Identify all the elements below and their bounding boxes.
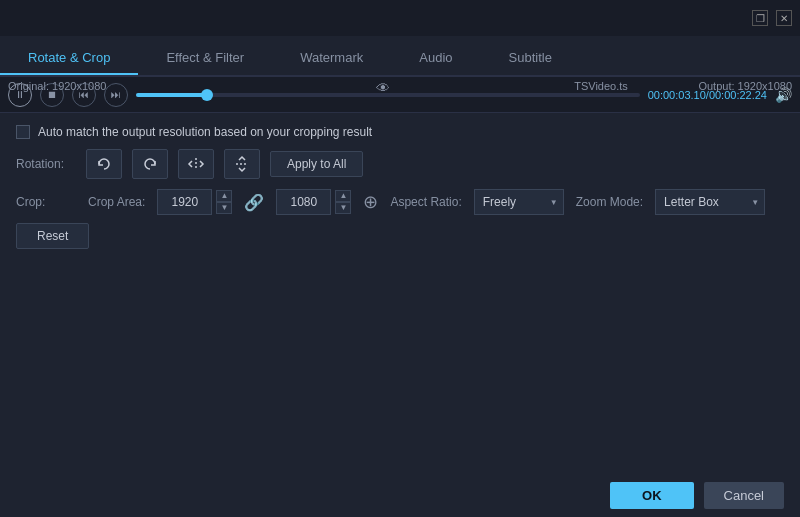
- progress-fill: [136, 93, 207, 97]
- progress-bar[interactable]: [136, 93, 640, 97]
- rotation-label: Rotation:: [16, 157, 76, 171]
- tab-watermark[interactable]: Watermark: [272, 42, 391, 75]
- cancel-button[interactable]: Cancel: [704, 482, 784, 509]
- expand-crop-icon[interactable]: ⊕: [363, 191, 378, 213]
- crop-height-group: ▲ ▼: [276, 189, 351, 215]
- rotation-row: Rotation:: [16, 149, 784, 179]
- auto-match-row: Auto match the output resolution based o…: [16, 125, 784, 139]
- tab-subtitle[interactable]: Subtitle: [481, 42, 580, 75]
- playback-bar: ⏸ ⏹ ⏮ ⏭ 00:00:03.10/00:00:22.24 🔊: [0, 76, 800, 112]
- aspect-ratio-select[interactable]: Freely 16:9 4:3 1:1: [474, 189, 564, 215]
- apply-all-button[interactable]: Apply to All: [270, 151, 363, 177]
- tab-audio[interactable]: Audio: [391, 42, 480, 75]
- zoom-mode-label: Zoom Mode:: [576, 195, 643, 209]
- filename-label: TSVideo.ts: [574, 80, 628, 92]
- tab-effect-filter[interactable]: Effect & Filter: [138, 42, 272, 75]
- crop-width-down[interactable]: ▼: [216, 202, 232, 214]
- rotate-ccw-button[interactable]: [86, 149, 122, 179]
- flip-horizontal-button[interactable]: [178, 149, 214, 179]
- crop-height-up[interactable]: ▲: [335, 190, 351, 202]
- bottom-action-bar: OK Cancel: [594, 474, 800, 517]
- aspect-ratio-label: Aspect Ratio:: [390, 195, 461, 209]
- crop-row: Crop: Crop Area: ▲ ▼ 🔗 ▲ ▼ ⊕ Aspect Rati…: [16, 189, 784, 215]
- crop-width-group: ▲ ▼: [157, 189, 232, 215]
- next-button[interactable]: ⏭: [104, 83, 128, 107]
- crop-width-input[interactable]: [157, 189, 212, 215]
- crop-height-input[interactable]: [276, 189, 331, 215]
- output-label: Output: 1920x1080: [698, 80, 792, 92]
- video-area: Original: 1920x1080 👁: [0, 76, 800, 257]
- auto-match-label: Auto match the output resolution based o…: [38, 125, 372, 139]
- auto-match-checkbox[interactable]: [16, 125, 30, 139]
- reset-button[interactable]: Reset: [16, 223, 89, 249]
- zoom-mode-wrapper: Letter Box Pan & Scan Full: [655, 189, 765, 215]
- crop-label: Crop:: [16, 195, 76, 209]
- current-time: 00:00:03.10: [648, 89, 706, 101]
- close-button[interactable]: ✕: [776, 10, 792, 26]
- tab-rotate-crop[interactable]: Rotate & Crop: [0, 42, 138, 75]
- link-icon[interactable]: 🔗: [244, 193, 264, 212]
- title-bar: ❐ ✕: [0, 0, 800, 36]
- original-label: Original: 1920x1080: [8, 80, 106, 92]
- progress-thumb[interactable]: [201, 89, 213, 101]
- restore-button[interactable]: ❐: [752, 10, 768, 26]
- crop-width-spinners: ▲ ▼: [216, 190, 232, 214]
- crop-width-up[interactable]: ▲: [216, 190, 232, 202]
- crop-height-down[interactable]: ▼: [335, 202, 351, 214]
- tab-bar: Rotate & Crop Effect & Filter Watermark …: [0, 36, 800, 76]
- rotate-cw-button[interactable]: [132, 149, 168, 179]
- aspect-ratio-wrapper: Freely 16:9 4:3 1:1: [474, 189, 564, 215]
- flip-vertical-button[interactable]: [224, 149, 260, 179]
- crop-area-label: Crop Area:: [88, 195, 145, 209]
- controls-section: Auto match the output resolution based o…: [0, 112, 800, 257]
- crop-height-spinners: ▲ ▼: [335, 190, 351, 214]
- zoom-mode-select[interactable]: Letter Box Pan & Scan Full: [655, 189, 765, 215]
- ok-button[interactable]: OK: [610, 482, 694, 509]
